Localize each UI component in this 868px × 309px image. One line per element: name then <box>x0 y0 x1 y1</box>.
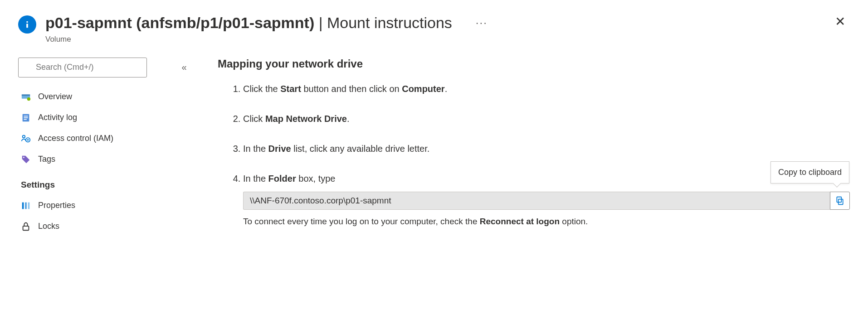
svg-rect-10 <box>24 119 26 120</box>
svg-point-6 <box>27 97 30 101</box>
sidebar-item-locks[interactable]: Locks <box>18 216 190 237</box>
sidebar: « Overview Activity log Access control (… <box>18 58 190 237</box>
svg-rect-9 <box>24 117 28 118</box>
tags-icon <box>21 154 31 164</box>
more-button[interactable]: ··· <box>476 16 488 29</box>
unc-path-field[interactable] <box>243 192 830 210</box>
collapse-sidebar-button[interactable]: « <box>178 62 190 72</box>
info-icon <box>18 15 36 34</box>
resource-type-label: Volume <box>45 35 850 44</box>
sidebar-item-label: Locks <box>38 222 59 231</box>
page-title: p01-sapmnt (anfsmb/p1/p01-sapmnt) | Moun… <box>45 14 452 32</box>
copy-tooltip: Copy to clipboard <box>770 161 849 183</box>
properties-icon <box>21 201 31 211</box>
copy-to-clipboard-button[interactable]: Copy to clipboard <box>830 192 850 210</box>
blade-header: p01-sapmnt (anfsmb/p1/p01-sapmnt) | Moun… <box>18 14 850 44</box>
svg-point-15 <box>23 157 24 158</box>
svg-rect-8 <box>24 116 28 116</box>
sidebar-item-properties[interactable]: Properties <box>18 195 190 216</box>
svg-rect-16 <box>22 202 24 209</box>
svg-rect-5 <box>22 94 30 96</box>
reconnect-note: To connect every time you log on to your… <box>243 215 850 228</box>
sidebar-item-label: Properties <box>38 201 75 210</box>
locks-icon <box>21 222 31 232</box>
content-heading: Mapping your network drive <box>218 58 850 70</box>
overview-icon <box>21 92 31 102</box>
search-input[interactable] <box>18 58 147 77</box>
sidebar-item-access-control[interactable]: Access control (IAM) <box>18 128 190 149</box>
iam-icon <box>21 134 31 144</box>
svg-rect-19 <box>23 226 29 230</box>
step-1: Click the Start button and then click on… <box>243 82 850 96</box>
svg-point-11 <box>23 135 25 138</box>
step-3: In the Drive list, click any available d… <box>243 142 850 155</box>
sidebar-item-label: Overview <box>38 92 72 101</box>
svg-point-0 <box>26 21 28 23</box>
sidebar-item-activity-log[interactable]: Activity log <box>18 107 190 128</box>
sidebar-section-settings: Settings <box>18 170 190 195</box>
sidebar-item-label: Activity log <box>38 113 77 122</box>
close-button[interactable]: ✕ <box>835 15 845 28</box>
copy-icon <box>835 196 844 205</box>
sidebar-item-tags[interactable]: Tags <box>18 149 190 170</box>
sidebar-item-label: Access control (IAM) <box>38 134 113 143</box>
svg-rect-18 <box>28 202 30 209</box>
step-4: In the Folder box, type Copy to clipboar… <box>243 172 850 228</box>
sidebar-item-label: Tags <box>38 154 55 164</box>
svg-rect-17 <box>25 202 27 209</box>
main-content: Mapping your network drive Click the Sta… <box>190 58 850 237</box>
activity-log-icon <box>21 113 31 123</box>
sidebar-item-overview[interactable]: Overview <box>18 87 190 107</box>
svg-rect-1 <box>26 24 28 28</box>
step-2: Click Map Network Drive. <box>243 112 850 126</box>
